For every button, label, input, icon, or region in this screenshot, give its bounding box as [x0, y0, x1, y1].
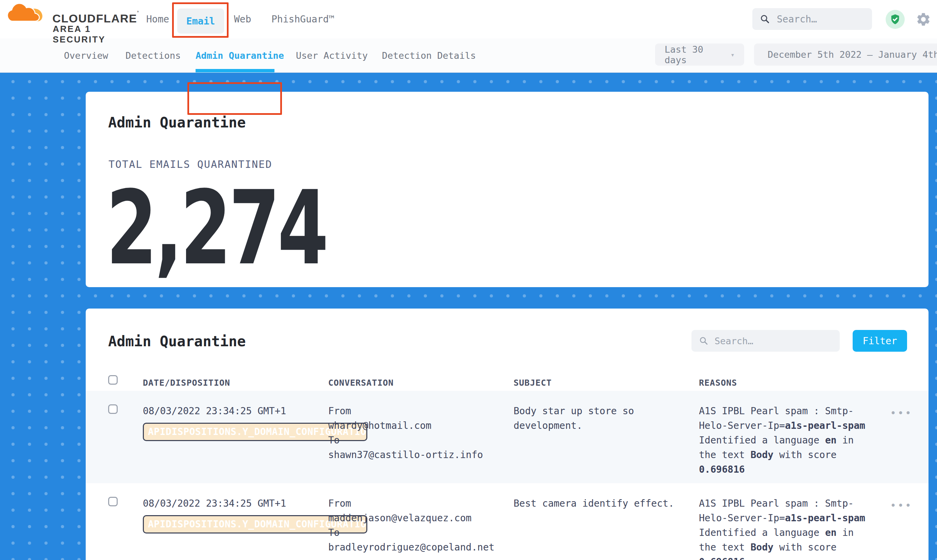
column-header-reasons: REASONS [699, 374, 872, 391]
summary-card: Admin Quarantine TOTAL EMAILS QUARANTINE… [86, 92, 928, 287]
global-search[interactable] [752, 8, 872, 30]
table-search-input[interactable] [714, 335, 836, 346]
row-checkbox[interactable] [108, 405, 118, 414]
tab-detections[interactable]: Detections [125, 38, 181, 72]
row-checkbox[interactable] [108, 497, 118, 506]
protection-status-badge[interactable] [886, 10, 905, 29]
table-row[interactable]: 08/03/2022 23:34:25 GMT+1 APIDISPOSITION… [86, 483, 928, 560]
nav-item-web[interactable]: Web [234, 0, 252, 38]
from-address: maddenjason@velazquez.com [328, 511, 514, 525]
tab-user-activity[interactable]: User Activity [296, 38, 367, 72]
secondary-nav: Overview Detections Admin Quarantine Use… [0, 38, 937, 72]
row-menu-button[interactable]: ••• [872, 391, 928, 483]
column-header-conversation: CONVERSATION [328, 374, 514, 391]
date-range-label: December 5th 2022 — January 4th 2023 [768, 49, 937, 60]
shield-check-icon [889, 14, 901, 25]
trademark-mark: ’ [137, 10, 139, 16]
column-header-date: DATE/DISPOSITION [143, 374, 328, 391]
subject-cell: Body star up store so development. [514, 391, 699, 483]
settings-gear-icon[interactable] [915, 12, 931, 27]
metric-label: TOTAL EMAILS QUARANTINED [108, 158, 272, 170]
search-icon [699, 336, 709, 346]
global-search-input[interactable] [776, 13, 869, 25]
date-disposition-cell: 08/03/2022 23:34:25 GMT+1 APIDISPOSITION… [143, 483, 328, 560]
annotation-box-email [172, 2, 228, 38]
reasons-cell: A1S IPBL Pearl spam : Smtp-Helo-Server-I… [699, 391, 872, 483]
to-address: shawn37@castillo-ortiz.info [328, 448, 514, 462]
column-header-subject: SUBJECT [514, 374, 699, 391]
tab-admin-quarantine[interactable]: Admin Quarantine [196, 38, 284, 72]
filter-button[interactable]: Filter [853, 330, 907, 352]
select-all-checkbox[interactable] [108, 375, 118, 385]
search-icon [760, 14, 770, 24]
table-body: 08/03/2022 23:34:25 GMT+1 APIDISPOSITION… [86, 391, 928, 560]
subject-cell: Best camera identify effect. [514, 483, 699, 560]
from-label: From [328, 496, 514, 511]
cloudflare-cloud-icon [8, 3, 44, 23]
cloudflare-logo[interactable]: CLOUDFLARE’ AREA 1 SECURITY [8, 3, 123, 37]
metric-value: 2,274 [106, 177, 326, 279]
active-tab-underline [196, 69, 275, 72]
table-row[interactable]: 08/03/2022 23:34:25 GMT+1 APIDISPOSITION… [86, 391, 928, 483]
chevron-down-icon: ▾ [730, 51, 735, 59]
row-menu-button[interactable]: ••• [872, 483, 928, 560]
summary-card-title: Admin Quarantine [108, 114, 246, 131]
date-range-picker[interactable]: December 5th 2022 — January 4th 2023 [754, 43, 937, 66]
to-address: bradleyrodriguez@copeland.net [328, 540, 514, 555]
table-search[interactable] [692, 330, 840, 352]
row-date: 08/03/2022 23:34:25 GMT+1 [143, 496, 328, 511]
nav-item-phishguard[interactable]: PhishGuard™ [272, 0, 334, 38]
brand-subtitle: AREA 1 SECURITY [53, 24, 123, 45]
annotation-box-admin-quarantine [187, 82, 282, 115]
from-address: whardy@hotmail.com [328, 418, 514, 433]
brand-name: CLOUDFLARE’ [52, 10, 139, 25]
to-label: To [328, 433, 514, 448]
date-disposition-cell: 08/03/2022 23:34:25 GMT+1 APIDISPOSITION… [143, 391, 328, 483]
from-label: From [328, 404, 514, 418]
conversation-cell: From whardy@hotmail.com To shawn37@casti… [328, 391, 514, 483]
quarantine-table-card: Admin Quarantine Filter DATE/DISPOSITION… [86, 309, 928, 560]
app-root: CLOUDFLARE’ AREA 1 SECURITY Home Email W… [0, 0, 937, 560]
tab-detection-details[interactable]: Detection Details [382, 38, 476, 72]
row-date: 08/03/2022 23:34:25 GMT+1 [143, 404, 328, 418]
to-label: To [328, 525, 514, 540]
table-card-title: Admin Quarantine [108, 333, 246, 350]
top-header: CLOUDFLARE’ AREA 1 SECURITY Home Email W… [0, 0, 937, 38]
nav-item-home[interactable]: Home [146, 0, 169, 38]
conversation-cell: From maddenjason@velazquez.com To bradle… [328, 483, 514, 560]
date-preset-dropdown[interactable]: Last 30 days ▾ [655, 43, 744, 66]
table-header-row: DATE/DISPOSITION CONVERSATION SUBJECT RE… [86, 374, 928, 391]
reasons-cell: A1S IPBL Pearl spam : Smtp-Helo-Server-I… [699, 483, 872, 560]
date-preset-label: Last 30 days [665, 44, 725, 65]
